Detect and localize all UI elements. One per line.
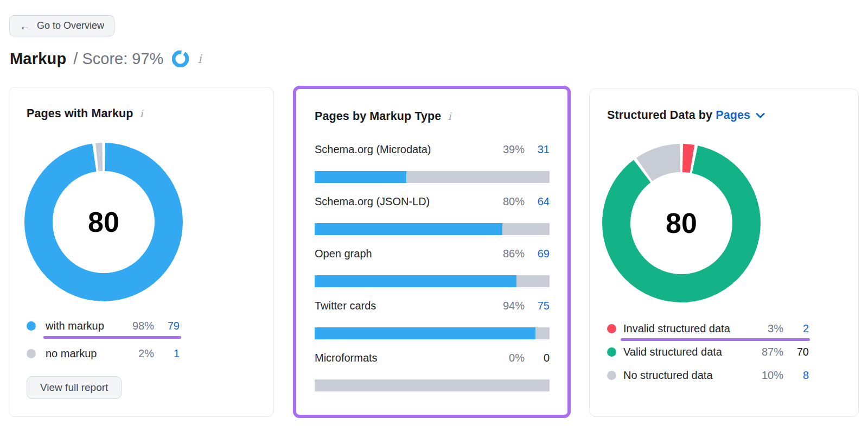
bar-percent: 94% (503, 300, 525, 312)
card-structured-data: Structured Data by Pages 80 Invalid stru… (589, 88, 859, 417)
legend-dot-gray (27, 349, 36, 358)
progress-bar-fill (315, 275, 516, 287)
card-title-prefix: Structured Data by (607, 109, 712, 122)
progress-bar (315, 223, 550, 235)
bar-label: Schema.org (JSON-LD) (315, 195, 503, 208)
card-title: Structured Data by Pages (607, 109, 750, 122)
page-title: Markup (10, 50, 66, 68)
legend-count: 70 (783, 346, 809, 358)
legend-percent: 87% (749, 346, 783, 358)
widgets-row: Pages with Markup i 80 with markup 98% 7… (9, 87, 859, 418)
bar-count-link[interactable]: 31 (525, 143, 550, 156)
view-full-report-button[interactable]: View full report (27, 376, 122, 399)
bar-label: Schema.org (Microdata) (315, 143, 503, 156)
bar-row-microformats: Microformats 0% 0 (315, 352, 550, 404)
bar-count-link[interactable]: 64 (525, 195, 550, 208)
card-pages-by-markup-type-highlight: Pages by Markup Type i Schema.org (Micro… (293, 86, 571, 418)
structured-data-donut-chart: 80 (602, 144, 761, 302)
legend-percent: 10% (749, 369, 783, 382)
progress-bar-fill (315, 223, 502, 235)
bar-percent: 39% (503, 143, 525, 156)
bar-row-schema-jsonld: Schema.org (JSON-LD) 80% 64 (315, 195, 550, 248)
bar-label: Microformats (315, 352, 509, 364)
donut-total-pages: 80 (24, 143, 183, 301)
markup-type-bar-list: Schema.org (Microdata) 39% 31 Schema.org… (315, 143, 550, 404)
bar-row-twitter-cards: Twitter cards 94% 75 (315, 300, 550, 352)
legend-label: no markup (46, 347, 119, 360)
bar-count: 0 (525, 352, 550, 364)
progress-bar (315, 275, 550, 287)
legend: Invalid structured data 3% 2 Valid struc… (607, 320, 809, 390)
legend-dot-green (607, 347, 616, 357)
pages-with-markup-donut-chart: 80 (24, 143, 183, 301)
chevron-down-icon[interactable] (756, 112, 765, 119)
progress-bar-fill (315, 327, 535, 339)
card-pages-with-markup: Pages with Markup i 80 with markup 98% 7… (9, 87, 274, 417)
score-ring-icon (172, 50, 189, 67)
legend-row-with-markup: with markup 98% 79 (27, 318, 180, 334)
donut-total-pages: 80 (602, 144, 761, 302)
legend-count-link[interactable]: 2 (783, 322, 809, 335)
bar-row-open-graph: Open graph 86% 69 (315, 248, 550, 300)
go-to-overview-button[interactable]: ← Go to Overview (9, 15, 114, 36)
legend-label: No structured data (623, 369, 749, 382)
progress-bar (315, 379, 550, 391)
legend-row-invalid: Invalid structured data 3% 2 (607, 320, 809, 337)
bar-label: Twitter cards (315, 300, 503, 312)
legend-count-link[interactable]: 8 (783, 369, 809, 382)
legend-label: Valid structured data (623, 346, 749, 358)
arrow-left-icon: ← (20, 21, 30, 31)
legend-row-valid: Valid structured data 87% 70 (607, 344, 809, 360)
legend-percent: 98% (119, 320, 154, 332)
bar-percent: 0% (509, 352, 525, 364)
card-title: Pages by Markup Type (315, 110, 441, 123)
score-text: / Score: 97% (73, 50, 163, 68)
bar-count-link[interactable]: 69 (525, 248, 550, 260)
page-heading: Markup / Score: 97% i (10, 50, 201, 68)
bar-count-link[interactable]: 75 (525, 300, 550, 312)
legend-dot-gray (607, 371, 616, 380)
group-by-selector[interactable]: Pages (716, 109, 750, 122)
legend-percent: 3% (749, 322, 783, 335)
bar-row-schema-microdata: Schema.org (Microdata) 39% 31 (315, 143, 550, 195)
bar-percent: 80% (503, 195, 525, 208)
annotation-underline (621, 338, 810, 341)
info-icon[interactable]: i (139, 109, 143, 119)
legend-percent: 2% (119, 347, 154, 360)
legend-count-link[interactable]: 79 (154, 320, 180, 332)
markup-report-page: ← Go to Overview Markup / Score: 97% i P… (0, 0, 868, 443)
legend-row-no-markup: no markup 2% 1 (27, 345, 180, 362)
legend-dot-red (607, 324, 616, 333)
card-title: Pages with Markup (27, 107, 133, 121)
legend-count-link[interactable]: 1 (154, 347, 180, 360)
legend-row-none: No structured data 10% 8 (607, 367, 809, 383)
progress-bar (315, 327, 550, 339)
legend-label: with markup (46, 320, 119, 332)
info-icon[interactable]: i (197, 53, 201, 65)
legend-label: Invalid structured data (623, 322, 749, 335)
progress-bar-fill (315, 171, 406, 183)
legend-dot-blue (27, 321, 36, 331)
annotation-underline (43, 336, 181, 339)
bar-label: Open graph (315, 248, 503, 260)
legend: with markup 98% 79 no markup 2% 1 (27, 318, 180, 362)
back-button-label: Go to Overview (37, 20, 104, 31)
progress-bar (315, 171, 550, 183)
bar-percent: 86% (503, 248, 525, 260)
info-icon[interactable]: i (448, 111, 451, 122)
